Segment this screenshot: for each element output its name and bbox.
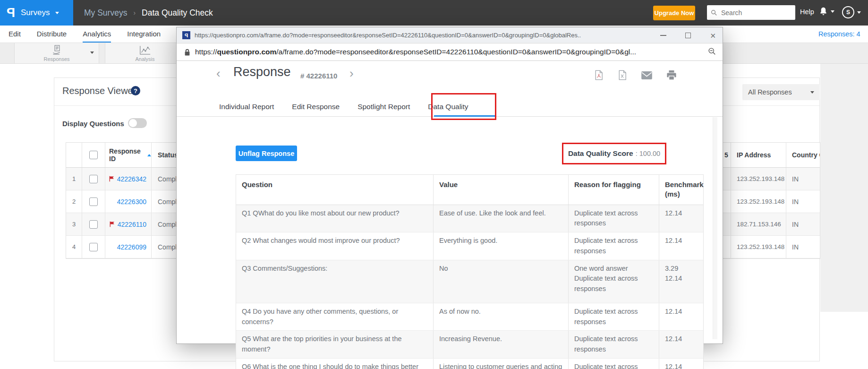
questionpro-favicon: P <box>182 31 190 39</box>
toolbar-item-responses[interactable]: Responses <box>14 43 99 63</box>
tab-analytics[interactable]: Analytics <box>83 26 111 43</box>
help-badge-icon[interactable]: ? <box>131 86 140 95</box>
response-id-column-header[interactable]: Response ID <box>105 143 152 167</box>
print-icon[interactable] <box>666 70 677 80</box>
response-id-cell: 42226342 <box>105 168 152 190</box>
search-input[interactable] <box>720 9 791 17</box>
tab-individual-report[interactable]: Individual Report <box>219 103 274 111</box>
close-button[interactable]: ✕ <box>710 32 716 39</box>
tab-spotlight-report[interactable]: Spotlight Report <box>357 103 410 111</box>
display-questions-label: Display Questions <box>62 120 124 128</box>
upgrade-now-button[interactable]: Upgrade Now <box>653 6 695 20</box>
responses-table-right-rows: 123.252.193.148IN123.252.193.148IN182.71… <box>719 168 820 258</box>
row-checkbox-cell <box>82 236 105 258</box>
benchmark-cell: 12.14 <box>659 303 703 331</box>
help-link[interactable]: Help <box>800 8 814 16</box>
data-quality-table: Question Value Reason for flagging Bench… <box>236 174 704 369</box>
export-pdf-icon[interactable] <box>594 70 604 80</box>
value-cell: Everything is good. <box>434 232 569 260</box>
question-cell: Q1 QWhat do you like most about our new … <box>236 205 434 232</box>
address-url: https://questionpro.com/a/frame.do?mode=… <box>195 48 691 56</box>
row-checkbox[interactable] <box>89 220 98 229</box>
reason-cell: Duplicate text across responses <box>569 331 659 358</box>
value-cell: As of now no. <box>434 303 569 331</box>
responses-filter-value: All Responses <box>748 88 792 96</box>
tab-integration[interactable]: Integration <box>127 26 161 43</box>
breadcrumb-separator: › <box>133 9 136 17</box>
ip-address-cell: 182.71.153.146 <box>731 213 786 235</box>
export-actions <box>594 70 677 80</box>
quality-table-row: Q1 QWhat do you like most about our new … <box>236 205 703 233</box>
response-id: # 42226110 <box>300 72 337 80</box>
page-background <box>820 64 868 312</box>
top-navigation-bar: P Surveys My Surveys › Data Quality Chec… <box>0 0 868 26</box>
unflag-response-button[interactable]: Unflag Response <box>236 146 297 161</box>
red-annotation-box-score: Data Quality Score : 100.00 <box>562 143 666 164</box>
chevron-down-icon[interactable] <box>90 51 94 54</box>
zoom-out-icon[interactable] <box>708 47 716 57</box>
export-excel-icon[interactable] <box>618 70 627 80</box>
tab-edit-response[interactable]: Edit Response <box>292 103 340 111</box>
toolbar-item-label: Responses <box>43 56 69 62</box>
row-checkbox[interactable] <box>89 197 98 206</box>
modal-scrollbar[interactable] <box>713 117 717 339</box>
response-id-link[interactable]: 42226300 <box>117 198 146 206</box>
breadcrumb: My Surveys › Data Quality Check <box>84 0 213 26</box>
select-all-cell <box>82 143 105 167</box>
response-id-link[interactable]: 42226110 <box>118 221 146 228</box>
reason-column-header: Reason for flagging <box>569 175 659 205</box>
benchmark-cell: 12.14 <box>659 232 703 260</box>
tab-edit[interactable]: Edit <box>9 26 21 43</box>
chevron-down-icon <box>857 11 861 14</box>
ip-address-column-header[interactable]: IP Address <box>731 143 786 167</box>
responses-filter-select[interactable]: All Responses <box>742 84 820 100</box>
surveys-menu[interactable]: P Surveys <box>0 0 73 26</box>
email-icon[interactable] <box>641 71 652 79</box>
data-quality-table-header: Question Value Reason for flagging Bench… <box>236 175 703 205</box>
country-code-cell: IN <box>786 168 820 190</box>
benchmark-cell: 12.14 <box>659 205 703 232</box>
data-quality-score-value: : 100.00 <box>636 150 660 157</box>
tab-distribute[interactable]: Distribute <box>37 26 67 43</box>
window-title-url: https://questionpro.com/a/frame.do?mode=… <box>195 32 648 39</box>
ip-address-cell: 123.252.193.148 <box>731 236 786 258</box>
response-id-link[interactable]: 42226342 <box>117 175 146 183</box>
account-menu[interactable]: S <box>842 6 861 18</box>
country-code-cell: IN <box>786 236 820 258</box>
table-row: 123.252.193.148IN <box>719 236 820 258</box>
maximize-button[interactable] <box>685 33 691 38</box>
address-bar[interactable]: https://questionpro.com/a/frame.do?mode=… <box>177 43 723 61</box>
search-box[interactable] <box>707 5 795 20</box>
row-checkbox-cell <box>82 168 105 190</box>
avatar[interactable]: S <box>842 6 854 18</box>
row-number: 4 <box>66 236 82 258</box>
flag-icon <box>109 176 115 182</box>
response-id-cell: 42226099 <box>105 236 152 258</box>
response-id-link[interactable]: 42226099 <box>117 243 146 251</box>
ip-address-cell: 123.252.193.148 <box>731 168 786 190</box>
benchmark-cell: 12.14 <box>659 359 703 369</box>
next-response-button[interactable]: › <box>349 67 354 79</box>
select-all-checkbox[interactable] <box>89 151 98 159</box>
surveys-menu-label: Surveys <box>21 8 50 17</box>
benchmark-cell: 3.2912.14 <box>659 260 703 303</box>
bell-icon[interactable] <box>819 7 828 17</box>
questionpro-logo-icon[interactable]: P <box>7 7 15 19</box>
display-questions-toggle[interactable] <box>128 118 147 128</box>
responses-count[interactable]: Responses: 4 <box>818 26 860 43</box>
breadcrumb-my-surveys[interactable]: My Surveys <box>84 8 127 18</box>
row-checkbox[interactable] <box>89 175 98 183</box>
value-column-header: Value <box>434 175 569 205</box>
red-annotation-box-tab <box>431 93 496 120</box>
row-number: 1 <box>66 168 82 190</box>
value-cell: Listening to customer queries and acting… <box>434 359 569 369</box>
window-controls: ✕ <box>660 27 716 43</box>
analysis-chart-icon <box>139 45 151 56</box>
quality-table-rows: Q1 QWhat do you like most about our new … <box>236 205 703 369</box>
previous-response-button[interactable]: ‹ <box>216 67 221 79</box>
minimize-button[interactable] <box>660 35 666 36</box>
row-checkbox[interactable] <box>89 243 98 251</box>
notifications-menu[interactable] <box>819 7 834 17</box>
country-code-column-header[interactable]: Country Co <box>786 143 820 167</box>
toolbar-item-analysis[interactable]: Analysis <box>105 43 185 63</box>
